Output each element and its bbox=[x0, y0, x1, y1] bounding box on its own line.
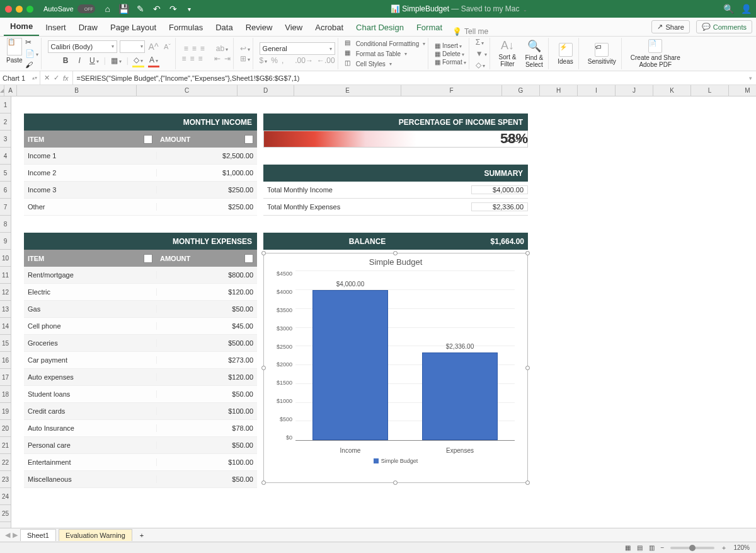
wrap-text-icon[interactable]: ↩▾ bbox=[240, 44, 250, 53]
table-row[interactable]: Cell phone$45.00 bbox=[24, 318, 257, 335]
tab-review[interactable]: Review bbox=[239, 19, 279, 36]
sheet-tab-warning[interactable]: Evaluation Warning bbox=[59, 529, 132, 541]
share-button[interactable]: ↗ Share bbox=[651, 20, 689, 33]
zoom-in-icon[interactable]: ＋ bbox=[721, 544, 727, 552]
align-right-icon[interactable]: ≡ bbox=[198, 54, 203, 63]
zoom-out-icon[interactable]: − bbox=[661, 544, 665, 551]
account-icon[interactable]: 👤 bbox=[741, 4, 751, 14]
home-icon[interactable]: ⌂ bbox=[103, 4, 113, 14]
sensitivity-button[interactable]: 🏷Sensitivity bbox=[585, 43, 619, 65]
table-row[interactable]: Rent/mortgage$800.00 bbox=[24, 267, 257, 284]
search-icon[interactable]: 🔍 bbox=[723, 4, 733, 14]
font-name-select[interactable]: Calibri (Body)▾ bbox=[48, 40, 117, 53]
sort-filter-button[interactable]: A↓Sort & Filter bbox=[496, 39, 519, 68]
column-headers[interactable]: ABCDEFGHIJKLM bbox=[4, 85, 756, 96]
name-box[interactable]: Chart 1▴▾ bbox=[0, 71, 40, 84]
autosave-toggle[interactable]: OFF bbox=[77, 4, 95, 13]
expenses-amount-header[interactable]: AMOUNT▾ bbox=[156, 250, 257, 267]
orientation-icon[interactable]: ab▾ bbox=[216, 44, 228, 53]
undo-icon[interactable]: ↶ bbox=[152, 4, 162, 14]
chart-plot-area[interactable]: $4,000.00$2,336.00 bbox=[295, 271, 515, 441]
decrease-decimal-icon[interactable]: ←.00 bbox=[317, 56, 335, 65]
conditional-formatting-button[interactable]: ▤Conditional Formatting▾ bbox=[345, 39, 426, 48]
summary-row[interactable]: Total Monthly Income$4,000.00 bbox=[263, 182, 528, 199]
tab-insert[interactable]: Insert bbox=[39, 19, 72, 36]
expand-formula-bar-icon[interactable]: ▾ bbox=[745, 75, 756, 81]
tab-chart-design[interactable]: Chart Design bbox=[350, 19, 410, 36]
view-page-layout-icon[interactable]: ▤ bbox=[637, 544, 643, 551]
enter-formula-icon[interactable]: ✓ bbox=[54, 74, 59, 82]
font-size-select[interactable]: ▾ bbox=[120, 40, 145, 53]
align-middle-icon[interactable]: ≡ bbox=[192, 44, 197, 53]
table-row[interactable]: Credit cards$100.00 bbox=[24, 403, 257, 420]
paste-button[interactable]: 📋 Paste bbox=[6, 38, 23, 69]
fx-icon[interactable]: fx bbox=[63, 74, 69, 82]
clear-icon[interactable]: ◇▾ bbox=[476, 61, 487, 69]
tab-view[interactable]: View bbox=[278, 19, 309, 36]
view-normal-icon[interactable]: ▦ bbox=[625, 544, 631, 551]
table-row[interactable]: Gas$50.00 bbox=[24, 301, 257, 318]
comma-icon[interactable]: , bbox=[282, 56, 284, 65]
formula-input[interactable]: =SERIES("Simple Budget",{"Income","Expen… bbox=[73, 74, 745, 82]
align-center-icon[interactable]: ≡ bbox=[190, 54, 195, 63]
fill-color-button[interactable]: ◇▾ bbox=[132, 54, 144, 67]
chart-legend[interactable]: Simple Budget bbox=[264, 458, 527, 464]
close-window-icon[interactable] bbox=[5, 6, 12, 13]
currency-icon[interactable]: $▾ bbox=[260, 56, 268, 65]
adobe-pdf-button[interactable]: 📄Create and Share Adobe PDF bbox=[628, 39, 683, 68]
table-row[interactable]: Personal care$50.00 bbox=[24, 437, 257, 454]
tab-page-layout[interactable]: Page Layout bbox=[104, 19, 163, 36]
tab-data[interactable]: Data bbox=[209, 19, 239, 36]
table-row[interactable]: Electric$120.00 bbox=[24, 284, 257, 301]
align-bottom-icon[interactable]: ≡ bbox=[200, 44, 205, 53]
customize-qat-icon[interactable]: ▾ bbox=[185, 4, 195, 14]
table-row[interactable]: Other$250.00 bbox=[24, 199, 257, 216]
view-page-break-icon[interactable]: ▥ bbox=[649, 544, 655, 551]
income-item-header[interactable]: ITEM▾ bbox=[24, 131, 156, 148]
select-all-corner[interactable]: ◢ bbox=[0, 85, 4, 96]
format-painter-icon[interactable]: 🖌 bbox=[25, 61, 38, 69]
borders-button[interactable]: ▦▾ bbox=[110, 55, 123, 66]
chart-bar[interactable]: $2,336.00 bbox=[422, 352, 498, 440]
row-headers[interactable]: 1234567891011121314151617181920212223242… bbox=[0, 96, 11, 553]
tab-formulas[interactable]: Formulas bbox=[163, 19, 209, 36]
income-amount-header[interactable]: AMOUNT▾ bbox=[156, 131, 257, 148]
italic-button[interactable]: I bbox=[74, 55, 84, 66]
comments-button[interactable]: 💬 Comments bbox=[696, 20, 752, 33]
table-row[interactable]: Groceries$500.00 bbox=[24, 335, 257, 352]
save-icon[interactable]: 💾 bbox=[119, 4, 129, 14]
add-sheet-button[interactable]: + bbox=[135, 530, 149, 541]
filter-dropdown-icon[interactable]: ▾ bbox=[144, 254, 152, 263]
minimize-window-icon[interactable] bbox=[16, 6, 23, 13]
merge-center-icon[interactable]: ⊞▾ bbox=[240, 54, 250, 63]
tab-acrobat[interactable]: Acrobat bbox=[309, 19, 350, 36]
underline-button[interactable]: U▾ bbox=[88, 55, 100, 66]
table-row[interactable]: Student loans$50.00 bbox=[24, 386, 257, 403]
find-select-button[interactable]: 🔍Find & Select bbox=[522, 39, 546, 68]
increase-font-icon[interactable]: A^ bbox=[147, 40, 160, 53]
worksheet[interactable]: MONTHLY INCOME ITEM▾ AMOUNT▾ Income 1$2,… bbox=[11, 96, 756, 553]
align-left-icon[interactable]: ≡ bbox=[182, 54, 186, 63]
document-title[interactable]: 📊 SimpleBudget — Saved to my Mac ⌄ bbox=[195, 4, 723, 13]
cancel-formula-icon[interactable]: ✕ bbox=[44, 74, 50, 82]
ideas-button[interactable]: ⚡Ideas bbox=[555, 43, 575, 65]
next-sheet-icon[interactable]: ▶ bbox=[13, 531, 18, 539]
align-top-icon[interactable]: ≡ bbox=[184, 44, 188, 53]
table-row[interactable]: Car payment$273.00 bbox=[24, 352, 257, 369]
cut-icon[interactable]: ✂ bbox=[25, 38, 38, 47]
format-as-table-button[interactable]: ▦Format as Table▾ bbox=[345, 49, 426, 58]
summary-row[interactable]: Total Monthly Expenses$2,336.00 bbox=[263, 199, 528, 216]
decrease-indent-icon[interactable]: ⇤ bbox=[214, 54, 220, 63]
delete-cells-button[interactable]: ▦ Delete▾ bbox=[435, 50, 466, 57]
tab-format[interactable]: Format bbox=[410, 19, 449, 36]
chart-bar[interactable]: $4,000.00 bbox=[312, 290, 388, 440]
filter-dropdown-icon[interactable]: ▾ bbox=[244, 135, 253, 144]
table-row[interactable]: Income 3$250.00 bbox=[24, 182, 257, 199]
filter-dropdown-icon[interactable]: ▾ bbox=[144, 135, 152, 144]
table-row[interactable]: Income 2$1,000.00 bbox=[24, 165, 257, 182]
table-row[interactable]: Auto Insurance$78.00 bbox=[24, 420, 257, 437]
format-cells-button[interactable]: ▦ Format▾ bbox=[435, 59, 466, 66]
tab-home[interactable]: Home bbox=[4, 18, 39, 36]
increase-indent-icon[interactable]: ⇥ bbox=[224, 54, 231, 63]
insert-cells-button[interactable]: ▦ Insert▾ bbox=[435, 42, 466, 49]
